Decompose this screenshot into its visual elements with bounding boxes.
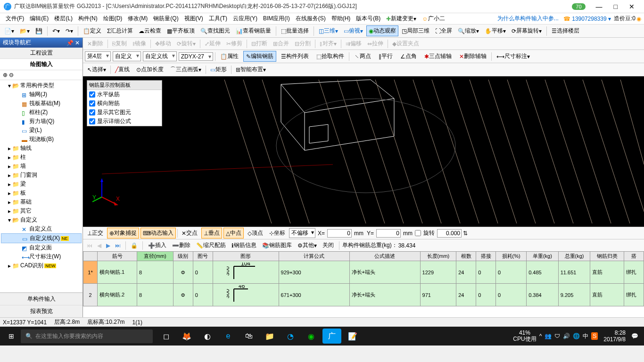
- rebar-display-panel[interactable]: 钢筋显示控制面板 水平纵筋 横向附筋 显示其它图元 显示详细公式: [87, 80, 162, 126]
- component-list-button[interactable]: ☰ 构件列表: [278, 51, 312, 62]
- two-pt-button[interactable]: ⟍ 两点: [351, 51, 374, 62]
- nav-lock[interactable]: 🔒: [129, 242, 140, 249]
- slab-button[interactable]: ▦ 平齐板顶: [165, 25, 197, 36]
- select-floor-button[interactable]: ☰ 选择楼层: [549, 25, 582, 36]
- dyn-input-toggle[interactable]: ⌨ 动态输入: [140, 228, 176, 239]
- nav-prev[interactable]: ◀: [95, 242, 103, 249]
- parallel-button[interactable]: ∥ 平行: [376, 51, 396, 62]
- break-button[interactable]: ⊟ 打断: [249, 39, 270, 49]
- angle-button[interactable]: ∠ 点角: [397, 51, 420, 62]
- tree-wall-folder[interactable]: ▸📁墙: [1, 162, 82, 171]
- menu-draw[interactable]: 绘图(D): [100, 14, 125, 24]
- opt-transverse[interactable]: 横向附筋: [87, 99, 162, 108]
- cloud-check-button[interactable]: ☁ 云检查: [136, 25, 164, 36]
- tree-cad[interactable]: ▸📁CAD识别 NEW: [1, 261, 82, 270]
- tray-shield-icon[interactable]: 🛡: [554, 333, 560, 339]
- undo-button[interactable]: ↶▾: [50, 26, 62, 36]
- clock[interactable]: 8:282017/9/8: [601, 329, 628, 343]
- app7-icon[interactable]: 广: [322, 329, 341, 344]
- col-lap[interactable]: 搭接: [476, 252, 496, 261]
- delete-row-button[interactable]: ➖ 删除: [170, 240, 193, 250]
- menu-cloud[interactable]: 云应用(Y): [230, 14, 260, 24]
- menu-help[interactable]: 帮助(H): [329, 14, 354, 24]
- top-view-button[interactable]: ▭ 俯视▾: [341, 25, 365, 36]
- rotate-input[interactable]: [437, 229, 462, 238]
- rebar-table[interactable]: 筋号 直径(mm) 级别 图号 图形 计算公式 公式描述 长度(mm) 根数 搭…: [83, 251, 644, 317]
- menu-floor[interactable]: 楼层(L): [51, 14, 75, 24]
- col-tw[interactable]: 总重(kg): [558, 252, 590, 261]
- open-button[interactable]: 📂▾: [17, 26, 32, 36]
- col-len[interactable]: 长度(mm): [420, 252, 456, 261]
- rebar-qty-button[interactable]: 📊 查看钢筋量: [233, 25, 273, 36]
- tree-slab-folder[interactable]: ▸📁板: [1, 189, 82, 197]
- col-join[interactable]: 搭: [624, 252, 644, 261]
- app5-icon[interactable]: ◔: [281, 329, 300, 344]
- line-tool[interactable]: ╱ 直线: [113, 65, 132, 74]
- tray-network-icon[interactable]: 🌐: [573, 333, 580, 339]
- y-input[interactable]: [376, 229, 401, 238]
- stretch-button[interactable]: ⇔ 拉伸: [365, 39, 386, 49]
- x-input[interactable]: [327, 229, 352, 238]
- delete-button[interactable]: ✕ 删除: [85, 39, 106, 49]
- user-button[interactable]: ☺广小二: [420, 14, 446, 24]
- tree-custom-point[interactable]: ✕自定义点: [1, 224, 82, 233]
- opt-horizontal[interactable]: 水平纵筋: [87, 90, 162, 99]
- expand-icon[interactable]: ⊕: [3, 72, 8, 78]
- sidebar-close-icon[interactable]: ✕: [75, 40, 80, 46]
- component-combo[interactable]: 自定义: [113, 51, 141, 61]
- tree-custom-line[interactable]: ▭自定义线(X)NE: [1, 233, 82, 243]
- tree-beam[interactable]: ▭梁(L): [1, 126, 82, 135]
- new-button[interactable]: 📄▾: [2, 26, 17, 36]
- edit-rebar-button[interactable]: ✎ 编辑钢筋: [243, 51, 276, 62]
- close-table-button[interactable]: 关闭: [320, 240, 336, 250]
- tree-custom[interactable]: ▾📂自定义: [1, 215, 82, 224]
- table-row[interactable]: 2 横向钢筋.2 8 Φ 0 30046 671+300 净长+端头 971 2…: [83, 284, 644, 306]
- rotate-checkbox[interactable]: [415, 230, 421, 236]
- opt-other[interactable]: 显示其它图元: [87, 108, 162, 117]
- coord-snap[interactable]: ⊹ 坐标: [267, 228, 288, 239]
- notification-icon[interactable]: 💬: [631, 333, 638, 339]
- arc3-tool[interactable]: ⌒ 三点画弧 ▾: [168, 65, 204, 74]
- line-combo[interactable]: 自定义线: [143, 51, 177, 61]
- define-button[interactable]: 📋 定义: [81, 25, 104, 36]
- tree-raft[interactable]: ▦筏板基础(M): [1, 99, 82, 108]
- menu-modify[interactable]: 修改(M): [125, 14, 150, 24]
- smart-layout-tool[interactable]: ⊞ 智能布置 ▾: [233, 65, 268, 74]
- explorer-icon[interactable]: 📁: [260, 329, 279, 344]
- menu-online[interactable]: 在线服务(S): [293, 14, 329, 24]
- col-grade[interactable]: 级别: [173, 252, 193, 261]
- edge-icon[interactable]: e: [219, 329, 238, 344]
- taskview-icon[interactable]: ◻: [157, 329, 175, 344]
- 3d-viewport[interactable]: 钢筋显示控制面板 水平纵筋 横向附筋 显示其它图元 显示详细公式 YX: [83, 76, 644, 227]
- col-formula[interactable]: 计算公式: [279, 252, 349, 261]
- menu-component[interactable]: 构件(N): [75, 14, 100, 24]
- close-button[interactable]: ✕: [623, 3, 640, 10]
- ptlen-tool[interactable]: ⊙ 点加长度: [134, 65, 166, 74]
- apex-snap[interactable]: ◇ 顶点: [245, 228, 265, 239]
- tab-report-preview[interactable]: 报表预览: [0, 305, 83, 317]
- del-aux-button[interactable]: ✕ 删除辅轴: [456, 51, 489, 62]
- setpt-button[interactable]: ◆ 设置夹点: [390, 39, 421, 49]
- tray-sound-icon[interactable]: 🔊: [563, 333, 570, 339]
- search-box[interactable]: 🔍 在这里输入你要搜索的内容: [21, 329, 153, 343]
- pin-icon[interactable]: 📌: [66, 40, 74, 46]
- app6-icon[interactable]: ◉: [302, 329, 321, 344]
- minimize-button[interactable]: —: [590, 3, 608, 10]
- mirror-button[interactable]: ⦀ 镜像: [130, 39, 149, 49]
- nav-first[interactable]: ⏮: [85, 242, 94, 249]
- rotate-stepper[interactable]: ⇅: [463, 230, 468, 237]
- property-button[interactable]: 📋 属性: [217, 51, 241, 62]
- trim-button[interactable]: ✂ 修剪: [224, 39, 245, 49]
- menu-bim[interactable]: BIM应用(I): [260, 14, 293, 24]
- tray-up-icon[interactable]: ^: [539, 333, 542, 339]
- col-uw[interactable]: 单重(kg): [527, 252, 559, 261]
- rect-tool[interactable]: ▭ 矩形: [208, 65, 229, 74]
- firefox-icon[interactable]: 🦊: [177, 329, 196, 344]
- col-rownum[interactable]: [83, 252, 98, 261]
- find-button[interactable]: 🔍 查找图元: [198, 25, 232, 36]
- col-code[interactable]: 图号: [193, 252, 213, 261]
- ortho-toggle[interactable]: ⊥ 正交: [85, 228, 106, 239]
- tab-project-settings[interactable]: 工程设置: [0, 48, 83, 59]
- maximize-button[interactable]: □: [608, 3, 623, 10]
- app8-icon[interactable]: 📝: [343, 329, 362, 344]
